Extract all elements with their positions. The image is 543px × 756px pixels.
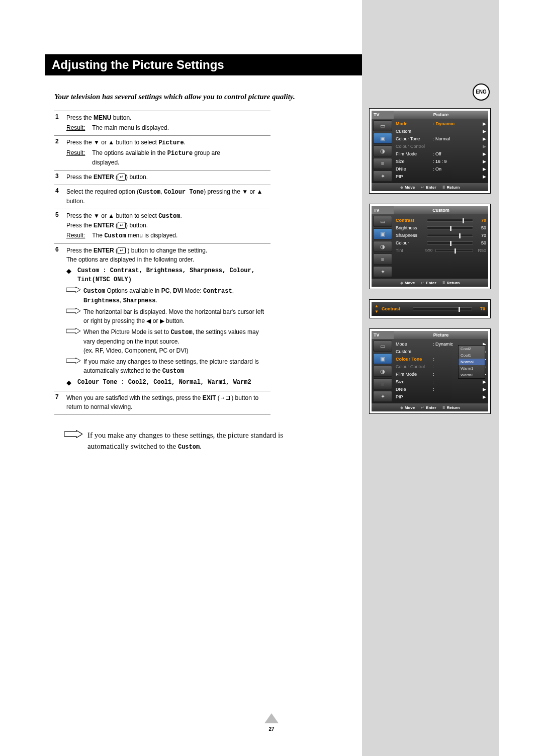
intro-text: Your television has several settings whi… [54,92,353,102]
step-row: 4 Select the required option (Custom, Co… [54,185,270,209]
osd-title: Picture [394,331,488,339]
osd-footer-enter: Enter [421,185,436,190]
osd-footer-move: Move [400,281,415,285]
osd-title: Custom [394,206,488,214]
step-body: Press the ENTER (↵) button. [66,173,270,182]
osd-footer-move: Move [400,405,415,410]
steps-list: 1 Press the MENU button. Result:The main… [54,111,270,415]
osd-channel-icon: ≡ [373,158,392,169]
osd-screenshots: TV Picture ▭ ▣ ◑ ≡ ✦ Mode: Dynamic▶Custo… [369,108,491,424]
osd-input-icon: ▭ [373,341,392,352]
osd-tv-label: TV [372,206,394,214]
step-row: 1 Press the MENU button. Result:The main… [54,111,270,135]
osd-picture-menu: TV Picture ▭ ▣ ◑ ≡ ✦ Mode: Dynamic▶Custo… [369,108,491,194]
osd-slider: Sharpness70 [396,231,486,239]
page-number-triangle-icon [264,713,279,723]
osd-picture-icon: ▣ [373,353,392,364]
osd-mini-contrast: ▲▼ Contrast 70 [369,299,491,318]
osd-row: Custom▶ [396,127,486,135]
dropdown-option: Normal [459,359,485,365]
pointer-icon [64,430,82,438]
step-body: Press the MENU button. Result:The main m… [66,113,270,132]
page-title: Adjusting the Picture Settings [45,54,362,75]
osd-sound-icon: ◑ [373,366,392,377]
osd-setup-icon: ✦ [373,171,392,182]
page-number: 27 [268,726,274,732]
step-row: 3 Press the ENTER (↵) button. [54,170,270,185]
note-horizontal-bar: The horizontal bar is displayed. Move th… [66,307,270,325]
dropdown-option: Cool1 [459,352,485,359]
osd-row: Colour Tone: Normal▶ [396,135,486,142]
osd-sound-icon: ◑ [373,145,392,156]
osd-setup-icon: ✦ [373,391,392,402]
note-pc-dvi: Custom Options available in PC, DVI Mode… [66,286,270,305]
dropdown-option: Warm2 [459,372,485,378]
mini-slider-label: Contrast [382,306,411,311]
diamond-icon: ◆ [66,378,77,388]
osd-footer-return: Return [442,405,460,410]
osd-slider: Colour50 [396,239,486,246]
footer-note: If you make any changes to these setting… [54,430,353,452]
osd-row: Film Mode: Off▶ [396,150,486,157]
pointer-icon [66,287,80,293]
osd-input-icon: ▭ [373,216,392,227]
pointer-icon [66,308,80,314]
enter-icon: ↵ [118,247,126,254]
step-number: 4 [54,187,66,206]
osd-row: PIP▶ [396,393,486,400]
step-row: 6 Press the ENTER (↵ ) button to change … [54,243,270,391]
osd-picture-icon: ▣ [373,133,392,144]
osd-channel-icon: ≡ [373,254,392,265]
bullet-colour-tone: ◆ Colour Tone : Cool2, Cool1, Normal, Wa… [66,378,270,388]
down-arrow-icon: ▼ [375,309,382,314]
osd-custom-menu: TV Custom ▭ ▣ ◑ ≡ ✦ Contrast70Brightness… [369,204,491,289]
step-number: 5 [54,211,66,240]
step-body: Select the required option (Custom, Colo… [66,187,270,206]
osd-slider: Contrast70 [396,216,486,224]
osd-row: Size: 16 : 9▶ [396,157,486,165]
enter-icon: ↵ [118,222,126,229]
osd-footer-enter: Enter [421,281,436,285]
step-number: 3 [54,173,66,182]
dropdown-option: Cool2 [459,346,485,352]
step-number: 7 [54,393,66,411]
step-row: 2 Press the ▼ or ▲ button to select Pict… [54,135,270,170]
osd-slider: TintG50R50 [396,246,486,254]
bullet-custom-options: ◆ Custom : Contrast, Brightness, Sharpne… [66,266,270,284]
pointer-icon [66,358,80,364]
step-body: Press the ▼ or ▲ button to select Custom… [66,211,270,240]
osd-slider: Brightness50 [396,224,486,231]
note-input-source: When the Picture Mode is set to Custom, … [66,327,270,355]
step-body: Press the ENTER (↵ ) button to change th… [66,246,270,388]
step-number: 6 [54,246,66,388]
osd-footer-return: Return [442,281,460,285]
osd-tv-label: TV [372,111,394,119]
page-footer: 27 [0,713,543,725]
osd-row: DNIe:▶ [396,385,486,393]
osd-footer-return: Return [442,185,460,190]
main-content: Adjusting the Picture Settings Your tele… [45,54,362,456]
osd-footer-enter: Enter [421,405,436,410]
osd-footer-move: Move [400,185,415,190]
osd-sound-icon: ◑ [373,241,392,252]
enter-icon: ↵ [118,174,126,181]
osd-channel-icon: ≡ [373,378,392,389]
dropdown-option: Warm1 [459,365,485,372]
osd-input-icon: ▭ [373,120,392,131]
osd-row: Size:▶ [396,378,486,385]
right-decorative-bar: ENG TV Picture ▭ ▣ ◑ ≡ ✦ Mode: Dynamic▶ [362,0,499,756]
osd-tv-label: TV [372,331,394,339]
osd-row: Mode: Dynamic▶ [396,120,486,127]
osd-row: PIP▶ [396,173,486,180]
up-arrow-icon: ▲ [375,304,382,308]
pointer-icon [66,328,80,334]
step-number: 2 [54,138,66,167]
osd-picture-icon: ▣ [373,228,392,239]
osd-picture-dropdown: TV Picture ▭ ▣ ◑ ≡ ✦ Mode: Dynamic▶Custo… [369,328,491,414]
mini-slider-value: 70 [474,306,485,311]
step-body: Press the ▼ or ▲ button to select Pictur… [66,138,270,167]
osd-row: Colour Control▶ [396,142,486,150]
language-badge: ENG [473,83,490,101]
step-body: When you are satisfied with the settings… [66,393,270,411]
step-row: 5 Press the ▼ or ▲ button to select Cust… [54,209,270,243]
